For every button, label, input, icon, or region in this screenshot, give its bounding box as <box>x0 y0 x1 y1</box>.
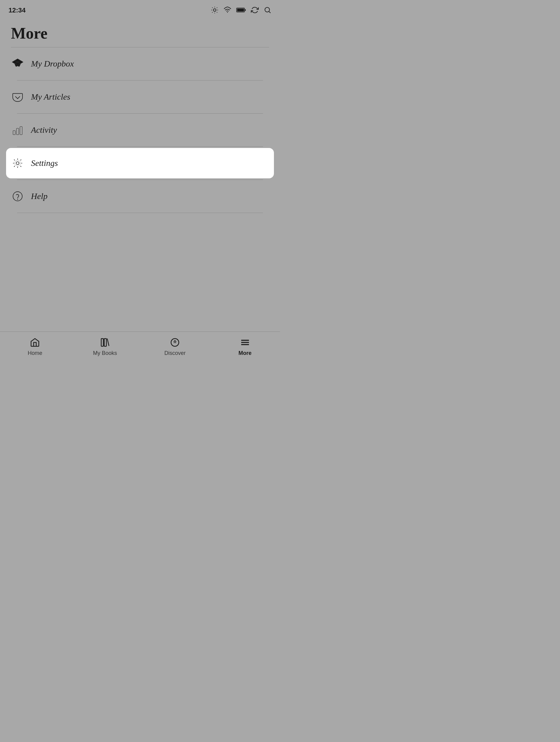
status-icons <box>211 6 272 15</box>
svg-point-25 <box>15 160 21 166</box>
home-nav-label: Home <box>27 350 42 357</box>
status-time: 12:34 <box>8 6 25 14</box>
search-icon[interactable] <box>264 6 272 15</box>
title-divider <box>11 47 269 47</box>
activity-label: Activity <box>31 125 57 135</box>
menu-icon <box>239 337 251 348</box>
svg-rect-28 <box>101 338 103 347</box>
menu-item-settings[interactable]: Settings <box>6 148 274 178</box>
menu-item-articles[interactable]: My Articles <box>6 82 274 112</box>
dropbox-label: My Dropbox <box>31 59 74 69</box>
menu-item-help[interactable]: Help <box>6 181 274 211</box>
dropbox-icon <box>11 57 24 70</box>
svg-point-13 <box>265 7 269 12</box>
divider-3 <box>17 147 263 147</box>
sync-icon <box>251 6 259 15</box>
compass-icon <box>169 337 181 348</box>
svg-line-8 <box>217 7 217 8</box>
svg-rect-21 <box>13 131 15 135</box>
nav-item-mybooks[interactable]: My Books <box>70 337 140 357</box>
articles-label: My Articles <box>31 92 70 102</box>
gear-icon <box>11 156 24 170</box>
divider-4 <box>17 179 263 180</box>
menu-list: My Dropbox My Articles Activity <box>0 49 280 213</box>
bar-chart-icon <box>11 123 24 137</box>
brightness-icon <box>211 6 219 15</box>
nav-item-more[interactable]: More <box>210 337 280 357</box>
svg-rect-12 <box>245 9 246 11</box>
help-label: Help <box>31 192 47 201</box>
page-title: More <box>0 18 280 47</box>
home-icon <box>29 337 41 348</box>
svg-line-3 <box>212 7 213 8</box>
svg-rect-23 <box>20 127 22 135</box>
divider-5 <box>17 213 263 213</box>
mybooks-nav-label: My Books <box>93 350 117 357</box>
nav-item-home[interactable]: Home <box>0 337 70 357</box>
menu-item-dropbox[interactable]: My Dropbox <box>6 49 274 79</box>
help-circle-icon <box>11 190 24 203</box>
svg-marker-32 <box>174 340 176 341</box>
divider-1 <box>17 80 263 81</box>
svg-point-27 <box>17 199 18 200</box>
divider-2 <box>17 113 263 114</box>
status-bar: 12:34 <box>0 0 280 18</box>
menu-item-activity[interactable]: Activity <box>6 115 274 145</box>
books-icon <box>99 337 111 348</box>
svg-point-24 <box>16 162 19 165</box>
battery-icon <box>236 7 246 14</box>
svg-marker-31 <box>174 341 176 343</box>
svg-rect-11 <box>237 8 244 11</box>
wifi-icon <box>224 6 231 15</box>
svg-point-9 <box>227 12 228 13</box>
pocket-icon <box>11 90 24 104</box>
svg-rect-22 <box>16 128 19 135</box>
svg-rect-29 <box>104 338 106 347</box>
settings-label: Settings <box>31 158 58 168</box>
svg-line-7 <box>212 12 213 12</box>
bottom-nav: Home My Books Discover <box>0 331 280 371</box>
svg-point-0 <box>214 8 216 11</box>
more-nav-label: More <box>238 350 251 357</box>
discover-nav-label: Discover <box>164 350 185 357</box>
svg-line-4 <box>217 12 217 12</box>
nav-item-discover[interactable]: Discover <box>140 337 210 357</box>
svg-line-14 <box>269 11 271 13</box>
